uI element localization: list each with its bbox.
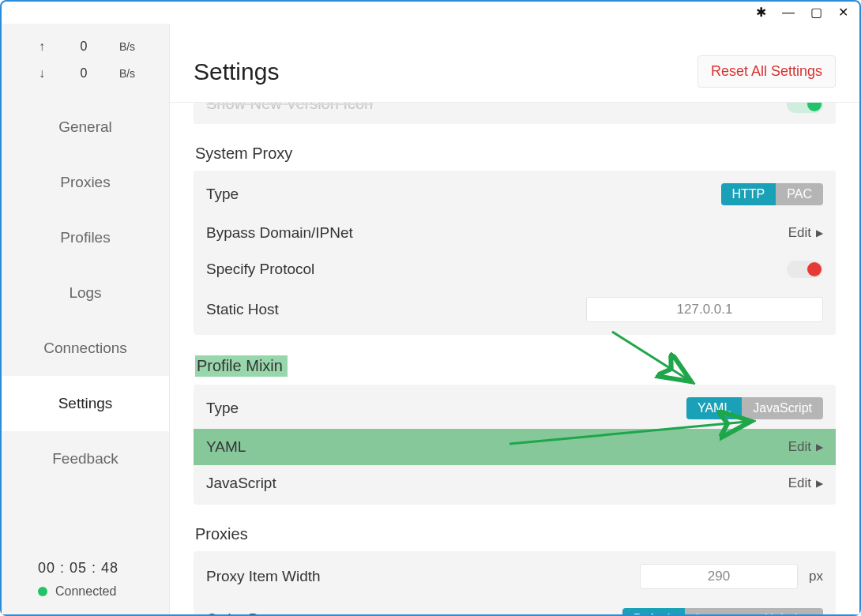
status-text: Connected — [55, 584, 116, 599]
panel-system-proxy: Type HTTP PAC Bypass Domain/IPNet Edit ▶ — [194, 171, 836, 335]
row-proxy-width: Proxy Item Width px — [194, 554, 836, 599]
edit-javascript[interactable]: Edit ▶ — [788, 475, 823, 491]
row-bypass: Bypass Domain/IPNet Edit ▶ — [194, 215, 836, 251]
segmented-order: Default Latency Alphabet — [622, 608, 823, 614]
input-static-host[interactable] — [586, 297, 823, 322]
settings-content: Show New Version Icon System Proxy Type … — [170, 103, 859, 614]
upload-speed: ↑ 0 B/s — [2, 39, 169, 54]
close-icon[interactable]: ✕ — [838, 6, 848, 19]
nav-settings[interactable]: Settings — [2, 376, 169, 431]
edit-bypass[interactable]: Edit ▶ — [788, 225, 823, 241]
nav-proxies[interactable]: Proxies — [2, 155, 169, 210]
chevron-right-icon: ▶ — [816, 227, 823, 239]
row-label: Bypass Domain/IPNet — [206, 224, 788, 242]
section-proxies: Proxies — [195, 525, 836, 543]
seg-alphabet[interactable]: Alphabet — [751, 608, 823, 614]
sidebar: ↑ 0 B/s ↓ 0 B/s General Proxies Profiles… — [2, 24, 170, 614]
edit-text: Edit — [788, 439, 811, 455]
scroll-area[interactable]: Show New Version Icon System Proxy Type … — [170, 103, 859, 614]
row-specify-protocol: Specify Protocol — [194, 251, 836, 287]
nav-connections[interactable]: Connections — [2, 321, 169, 376]
download-unit: B/s — [119, 67, 135, 80]
row-label: Proxy Item Width — [206, 568, 640, 585]
chevron-right-icon: ▶ — [816, 441, 823, 453]
nav-list: General Proxies Profiles Logs Connection… — [2, 100, 169, 560]
edit-text: Edit — [788, 225, 811, 241]
width-unit: px — [809, 569, 823, 584]
seg-http[interactable]: HTTP — [721, 183, 776, 205]
page-title: Settings — [194, 58, 279, 85]
edit-text: Edit — [788, 475, 811, 491]
row-label: YAML — [206, 438, 788, 456]
arrow-up-icon: ↑ — [36, 39, 48, 54]
row-label: Show New Version Icon — [206, 103, 373, 113]
input-proxy-width[interactable] — [640, 564, 798, 589]
upload-value: 0 — [72, 39, 96, 54]
row-yaml: YAML Edit ▶ — [194, 429, 836, 465]
row-label: Type — [206, 186, 721, 203]
minimize-icon[interactable]: — — [782, 6, 795, 19]
seg-default[interactable]: Default — [622, 608, 685, 614]
seg-latency[interactable]: Latency — [685, 608, 751, 614]
panel-proxies: Proxy Item Width px Order By Default Lat… — [194, 551, 836, 614]
row-show-new-version: Show New Version Icon — [194, 103, 836, 124]
app-window: ✱ — ▢ ✕ ↑ 0 B/s ↓ 0 B/s General P — [0, 0, 861, 616]
status-dot-icon — [38, 587, 47, 596]
seg-yaml[interactable]: YAML — [686, 397, 742, 419]
segmented-proxy-type: HTTP PAC — [721, 183, 824, 205]
sidebar-footer: 00 : 05 : 48 Connected — [2, 560, 169, 614]
row-javascript: JavaScript Edit ▶ — [194, 465, 836, 501]
row-order-by: Order By Default Latency Alphabet — [194, 599, 836, 614]
toggle-show-new-version[interactable] — [787, 103, 823, 113]
seg-pac[interactable]: PAC — [776, 183, 823, 205]
window-controls: ✱ — ▢ ✕ — [756, 2, 859, 24]
toggle-specify-protocol[interactable] — [787, 261, 823, 278]
nav-profiles[interactable]: Profiles — [2, 210, 169, 265]
row-label: Specify Protocol — [206, 261, 787, 278]
nav-logs[interactable]: Logs — [2, 265, 169, 321]
nav-general[interactable]: General — [2, 100, 169, 155]
row-label: Order By — [206, 610, 622, 614]
segmented-mixin-type: YAML JavaScript — [686, 397, 823, 419]
pin-icon[interactable]: ✱ — [756, 6, 766, 19]
arrow-down-icon: ↓ — [36, 66, 48, 81]
edit-yaml[interactable]: Edit ▶ — [788, 439, 823, 455]
speed-indicator: ↑ 0 B/s ↓ 0 B/s — [2, 24, 169, 100]
row-label: Static Host — [206, 301, 586, 318]
connection-status: Connected — [38, 584, 169, 599]
upload-unit: B/s — [119, 40, 135, 53]
seg-javascript[interactable]: JavaScript — [742, 397, 823, 419]
row-label: JavaScript — [206, 475, 788, 492]
download-speed: ↓ 0 B/s — [2, 66, 169, 81]
uptime: 00 : 05 : 48 — [38, 560, 169, 577]
row-mixin-type: Type YAML JavaScript — [194, 388, 836, 429]
app-body: ↑ 0 B/s ↓ 0 B/s General Proxies Profiles… — [2, 24, 859, 614]
download-value: 0 — [72, 66, 96, 81]
section-system-proxy: System Proxy — [195, 145, 836, 163]
row-static-host: Static Host — [194, 287, 836, 332]
section-profile-mixin: Profile Mixin — [195, 355, 288, 377]
nav-feedback[interactable]: Feedback — [2, 431, 169, 486]
reset-all-button[interactable]: Reset All Settings — [697, 55, 836, 88]
panel-profile-mixin: Type YAML JavaScript YAML Edit ▶ — [194, 385, 836, 505]
maximize-icon[interactable]: ▢ — [810, 6, 822, 19]
main-pane: Settings Reset All Settings Show New Ver… — [170, 24, 859, 614]
chevron-right-icon: ▶ — [816, 478, 823, 489]
row-proxy-type: Type HTTP PAC — [194, 174, 836, 215]
header: Settings Reset All Settings — [170, 24, 859, 103]
row-label: Type — [206, 400, 686, 417]
